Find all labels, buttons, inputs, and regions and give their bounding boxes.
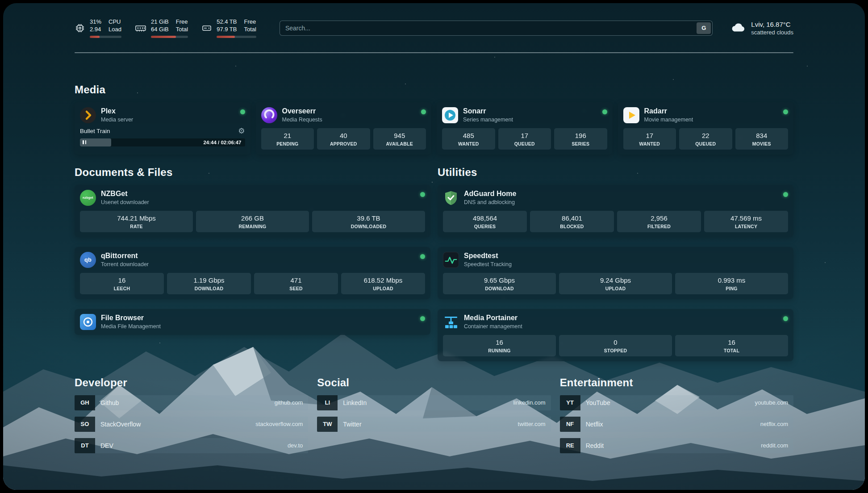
app-name: Plex xyxy=(101,107,235,115)
app-card-overseerr[interactable]: Overseerr Media Requests 21 PENDING 40 A… xyxy=(256,102,432,155)
playback-progress-bar: 24:44 / 02:06:47 xyxy=(80,138,245,146)
app-name: NZBGet xyxy=(101,190,415,198)
dashboard-frame: 31% 2.94 CPU Load xyxy=(3,3,865,490)
bookmark-twitter[interactable]: TW Twitter twitter.com xyxy=(317,417,551,432)
app-desc: DNS and adblocking xyxy=(464,199,778,205)
speedtest-stat-download: 9.65 Gbps DOWNLOAD xyxy=(443,273,556,294)
dev-icon: DT xyxy=(75,438,95,453)
adguard-stat-queries: 498,564 QUERIES xyxy=(443,211,527,232)
bookmark-stackoverflow[interactable]: SO StackOverflow stackoverflow.com xyxy=(75,417,308,432)
nzbget-stat-downloaded: 39.6 TB DOWNLOADED xyxy=(312,211,425,232)
bookmarks-entertainment: Entertainment YT YouTube youtube.com NF … xyxy=(560,376,793,453)
header-divider xyxy=(75,52,793,53)
status-dot xyxy=(420,254,425,259)
nzbget-stat-remaining: 266 GB REMAINING xyxy=(196,211,309,232)
cloud-icon xyxy=(730,21,747,35)
sonarr-stat-wanted: 485 WANTED xyxy=(442,128,495,150)
adguard-stat-filtered: 2,956 FILTERED xyxy=(617,211,701,232)
adguard-stat-blocked: 86,401 BLOCKED xyxy=(530,211,614,232)
app-card-sonarr[interactable]: Sonarr Series management 485 WANTED 17 Q… xyxy=(437,102,613,155)
filebrowser-icon xyxy=(80,314,96,330)
status-dot xyxy=(783,316,788,321)
portainer-stat-stopped: 0 STOPPED xyxy=(559,335,672,356)
app-card-portainer[interactable]: Media Portainer Container management 16 … xyxy=(438,309,793,361)
bookmark-linkedin[interactable]: LI LinkedIn linkedin.com xyxy=(317,395,551,410)
pause-icon[interactable] xyxy=(83,140,86,144)
bookmark-dev[interactable]: DT DEV dev.to xyxy=(75,438,308,453)
weather-location: Lviv, 16.87°C xyxy=(751,21,793,28)
speedtest-stat-upload: 9.24 Gbps UPLOAD xyxy=(559,273,672,294)
app-card-nzbget[interactable]: nzbget NZBGet Usenet downloader 744.21 M… xyxy=(75,185,430,237)
ram-free: 21 GiB xyxy=(151,18,169,26)
app-card-filebrowser[interactable]: File Browser Media File Management xyxy=(75,309,430,335)
cpu-usage-bar xyxy=(90,36,121,38)
app-card-speedtest[interactable]: Speedtest Speedtest Tracking 9.65 Gbps D… xyxy=(438,247,793,299)
reddit-icon: RE xyxy=(560,438,580,453)
status-dot xyxy=(420,192,425,197)
app-card-plex[interactable]: Plex Media server Bullet Train ⚙ 24:44 /… xyxy=(75,102,250,155)
radarr-stat-queued: 22 QUEUED xyxy=(679,128,732,150)
qbittorrent-stat-upload: 618.52 Mbps UPLOAD xyxy=(341,273,425,294)
qbittorrent-stat-seed: 471 SEED xyxy=(254,273,338,294)
status-dot xyxy=(240,109,245,114)
disk-free: 52.4 TB xyxy=(217,18,237,26)
app-desc: Media Requests xyxy=(282,117,417,123)
documents-column: Documents & Files nzbget NZBGet Usenet d… xyxy=(75,166,430,361)
adguard-icon xyxy=(443,190,459,206)
search-engine-button[interactable]: G xyxy=(697,22,711,34)
portainer-icon xyxy=(443,314,459,330)
cpu-load: 2.94 xyxy=(90,26,101,33)
ram-usage-bar xyxy=(151,36,188,38)
bookmark-reddit[interactable]: RE Reddit reddit.com xyxy=(560,438,793,453)
app-name: Radarr xyxy=(644,107,779,115)
bookmark-github[interactable]: GH Github github.com xyxy=(75,395,308,410)
section-title-utilities: Utilities xyxy=(438,166,793,179)
qbittorrent-stat-download: 1.19 Gbps DOWNLOAD xyxy=(167,273,251,294)
app-desc: Series management xyxy=(463,117,597,123)
qbittorrent-stat-leech: 16 LEECH xyxy=(80,273,164,294)
section-title-social: Social xyxy=(317,376,551,389)
section-title-media: Media xyxy=(75,84,793,96)
bookmark-netflix[interactable]: NF Netflix netflix.com xyxy=(560,417,793,432)
now-playing-title: Bullet Train xyxy=(80,128,238,134)
portainer-stat-running: 16 RUNNING xyxy=(443,335,556,356)
cpu-chip-icon xyxy=(75,23,85,33)
ram-label-top: Free xyxy=(176,18,188,26)
app-card-adguard[interactable]: AdGuard Home DNS and adblocking 498,564 … xyxy=(438,185,793,237)
sonarr-icon xyxy=(442,107,458,123)
status-dot xyxy=(421,109,426,114)
sonarr-stat-series: 196 SERIES xyxy=(554,128,607,150)
status-dot xyxy=(783,192,788,197)
app-desc: Speedtest Tracking xyxy=(464,261,788,267)
sonarr-stat-queued: 17 QUEUED xyxy=(498,128,551,150)
bookmarks-social: Social LI LinkedIn linkedin.com TW Twitt… xyxy=(317,376,551,453)
media-cards-row: Plex Media server Bullet Train ⚙ 24:44 /… xyxy=(75,102,793,155)
bookmark-youtube[interactable]: YT YouTube youtube.com xyxy=(560,395,793,410)
app-desc: Media server xyxy=(101,117,235,123)
app-desc: Torrent downloader xyxy=(101,261,415,267)
settings-gear-icon[interactable]: ⚙ xyxy=(238,127,245,135)
disk-total: 97.9 TB xyxy=(217,26,237,33)
app-card-qbittorrent[interactable]: qb qBittorrent Torrent downloader 16 xyxy=(75,247,430,299)
radarr-icon xyxy=(623,107,639,123)
utilities-column: Utilities xyxy=(438,166,793,361)
app-name: Speedtest xyxy=(464,252,788,260)
qbittorrent-icon: qb xyxy=(80,252,96,268)
app-name: Sonarr xyxy=(463,107,597,115)
overseerr-stat-pending: 21 PENDING xyxy=(261,128,314,150)
status-dot xyxy=(602,109,607,114)
hard-drive-icon xyxy=(201,23,212,33)
overseerr-stat-available: 945 AVAILABLE xyxy=(373,128,426,150)
app-name: Overseerr xyxy=(282,107,417,115)
disk-label-bottom: Total xyxy=(244,26,256,33)
overseerr-icon xyxy=(261,107,277,123)
github-icon: GH xyxy=(75,395,95,410)
app-card-radarr[interactable]: Radarr Movie management 17 WANTED 22 QUE… xyxy=(618,102,794,155)
cpu-label-bottom: Load xyxy=(108,26,121,33)
cpu-percent: 31% xyxy=(90,18,101,26)
memory-icon xyxy=(135,23,146,33)
status-dot xyxy=(420,316,425,321)
search-input[interactable] xyxy=(280,21,713,36)
app-desc: Container management xyxy=(464,323,778,330)
youtube-icon: YT xyxy=(560,395,580,410)
